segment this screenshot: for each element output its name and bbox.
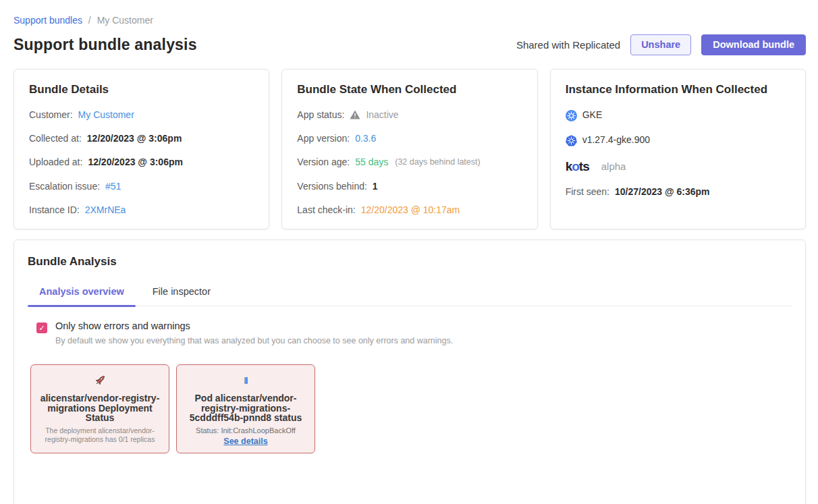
header-actions: Shared with Replicated Unshare Download … xyxy=(516,34,806,55)
analysis-results: alicenstar/vendor-registry-migrations De… xyxy=(30,364,792,453)
last-checkin-row: Last check-in: 12/20/2023 @ 10:17am xyxy=(297,205,522,215)
distribution-row: GKE xyxy=(566,110,790,121)
instance-info-card: Instance Information When Collected xyxy=(550,69,806,230)
info-cards-row: Bundle Details Customer: My Customer Col… xyxy=(13,69,806,230)
filter-label: Only show errors and warnings xyxy=(55,320,453,331)
checkbox-check-icon: ✓ xyxy=(38,324,45,333)
customer-link[interactable]: My Customer xyxy=(78,110,134,120)
kots-row: kots alpha xyxy=(566,160,790,174)
bundle-details-title: Bundle Details xyxy=(29,83,254,96)
instance-info-title: Instance Information When Collected xyxy=(566,83,790,96)
see-details-link[interactable]: See details xyxy=(223,437,267,446)
customer-row: Customer: My Customer xyxy=(29,110,254,120)
unshare-button[interactable]: Unshare xyxy=(630,34,691,55)
app-version-link[interactable]: 0.3.6 xyxy=(355,134,376,144)
bundle-state-title: Bundle State When Collected xyxy=(297,83,522,96)
gke-icon xyxy=(566,110,577,121)
page-header: Support bundle analysis Shared with Repl… xyxy=(13,34,806,55)
kots-logo-dot: o xyxy=(572,159,579,173)
kubernetes-icon xyxy=(566,135,577,146)
collected-at-value: 12/20/2023 @ 3:06pm xyxy=(87,134,182,144)
broken-image-icon xyxy=(244,372,248,389)
app-version-label: App version: xyxy=(297,134,350,144)
download-bundle-button[interactable]: Download bundle xyxy=(701,34,806,55)
versions-behind-row: Versions behind: 1 xyxy=(297,181,522,192)
breadcrumb-separator: / xyxy=(88,15,91,26)
pod-status-text: Status: Init:CrashLoopBackOff xyxy=(196,426,296,435)
app-version-row: App version: 0.3.6 xyxy=(297,134,522,144)
version-age-row: Version age: 55 days (32 days behind lat… xyxy=(297,157,522,167)
only-errors-checkbox[interactable]: ✓ xyxy=(36,323,47,333)
last-checkin-value: 12/20/2023 @ 10:17am xyxy=(361,205,460,215)
app-status-row: App status: Inactive xyxy=(297,110,522,120)
versions-behind-label: Versions behind: xyxy=(297,181,367,192)
uploaded-at-label: Uploaded at: xyxy=(29,157,82,167)
uploaded-at-row: Uploaded at: 12/20/2023 @ 3:06pm xyxy=(29,157,254,167)
escalation-issue-link[interactable]: #51 xyxy=(105,181,121,192)
first-seen-value: 10/27/2023 @ 6:36pm xyxy=(615,187,710,197)
error-card-title: Pod alicenstar/vendor-registry-migration… xyxy=(184,393,308,422)
escalation-issue-label: Escalation issue: xyxy=(29,181,100,192)
versions-behind-value: 1 xyxy=(373,181,378,192)
filter-row: ✓ Only show errors and warnings By defau… xyxy=(36,320,792,345)
instance-id-link[interactable]: 2XMrNEa xyxy=(85,205,126,215)
version-age-label: Version age: xyxy=(297,157,350,167)
distribution-value: GKE xyxy=(582,110,603,120)
filter-texts: Only show errors and warnings By default… xyxy=(55,320,453,345)
k8s-version-value: v1.27.4-gke.900 xyxy=(582,135,650,145)
rocket-icon xyxy=(92,372,107,389)
breadcrumb-support-bundles-link[interactable]: Support bundles xyxy=(13,15,82,26)
first-seen-label: First seen: xyxy=(566,187,609,197)
customer-label: Customer: xyxy=(29,110,73,120)
breadcrumb-current: My Customer xyxy=(97,15,153,26)
pod-status-error-card[interactable]: Pod alicenstar/vendor-registry-migration… xyxy=(176,364,315,453)
bundle-details-card: Bundle Details Customer: My Customer Col… xyxy=(13,69,269,230)
instance-id-label: Instance ID: xyxy=(29,205,80,215)
error-card-title: alicenstar/vendor-registry-migrations De… xyxy=(38,393,162,422)
version-age-value: 55 days xyxy=(355,157,388,167)
deployment-status-error-card[interactable]: alicenstar/vendor-registry-migrations De… xyxy=(30,364,169,453)
escalation-issue-row: Escalation issue: #51 xyxy=(29,181,254,192)
page-title: Support bundle analysis xyxy=(13,36,197,54)
k8s-version-row: v1.27.4-gke.900 xyxy=(566,135,790,146)
support-bundle-analysis-page: Support bundles / My Customer Support bu… xyxy=(0,0,818,504)
error-card-message: The deployment alicenstar/vendor-registr… xyxy=(38,426,161,443)
collected-at-label: Collected at: xyxy=(29,134,82,144)
collected-at-row: Collected at: 12/20/2023 @ 3:06pm xyxy=(29,134,254,144)
bundle-analysis-title: Bundle Analysis xyxy=(28,255,792,269)
kots-logo: kots xyxy=(566,160,589,174)
version-age-note: (32 days behind latest) xyxy=(395,158,480,167)
kots-logo-k: k xyxy=(566,159,572,173)
last-checkin-label: Last check-in: xyxy=(297,205,355,215)
analysis-tabs: Analysis overview File inspector xyxy=(28,286,792,306)
warning-triangle-icon xyxy=(350,110,360,119)
kots-version: alpha xyxy=(601,161,626,173)
filter-description: By default we show you everything that w… xyxy=(55,336,453,345)
tab-analysis-overview[interactable]: Analysis overview xyxy=(28,286,136,306)
first-seen-row: First seen: 10/27/2023 @ 6:36pm xyxy=(566,187,790,197)
bundle-analysis-card: Bundle Analysis Analysis overview File i… xyxy=(13,240,806,504)
shared-status-text: Shared with Replicated xyxy=(516,39,620,51)
kots-logo-ts: ts xyxy=(579,159,589,173)
uploaded-at-value: 12/20/2023 @ 3:06pm xyxy=(88,157,183,167)
bundle-state-card: Bundle State When Collected App status: … xyxy=(281,69,537,230)
breadcrumb: Support bundles / My Customer xyxy=(0,0,818,26)
app-status-value: Inactive xyxy=(366,110,398,120)
app-status-label: App status: xyxy=(297,110,344,120)
instance-id-row: Instance ID: 2XMrNEa xyxy=(29,205,254,215)
tab-file-inspector[interactable]: File inspector xyxy=(141,286,222,306)
